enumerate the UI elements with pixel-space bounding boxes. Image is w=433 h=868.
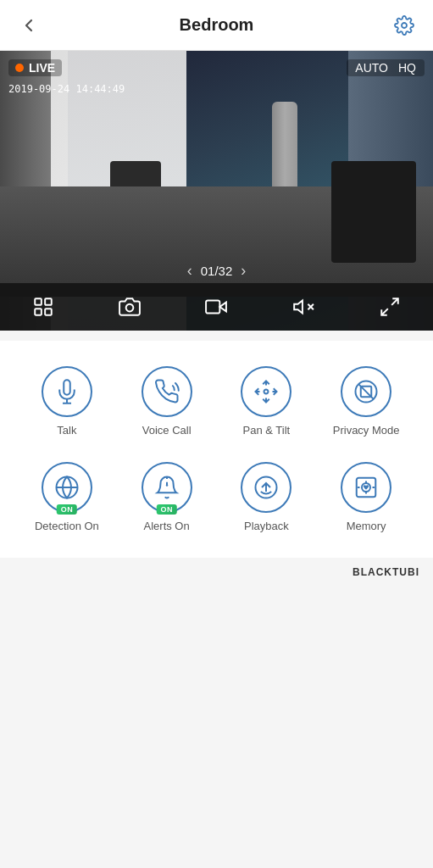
live-badge: LIVE [8, 59, 62, 76]
voice-call-button[interactable]: Voice Call [117, 366, 217, 437]
svg-line-11 [391, 298, 398, 305]
pan-tilt-button[interactable]: Pan & Tilt [217, 366, 317, 437]
detection-button[interactable]: ON Detection On [17, 462, 117, 532]
live-text: LIVE [29, 61, 55, 75]
voice-call-label: Voice Call [142, 424, 192, 437]
talk-icon [42, 366, 92, 417]
alerts-label: Alerts On [144, 520, 190, 532]
svg-rect-2 [45, 298, 52, 305]
auto-label[interactable]: AUTO [355, 61, 388, 75]
svg-marker-6 [220, 303, 227, 312]
voice-call-icon [142, 366, 192, 417]
header: Bedroom [0, 0, 433, 51]
video-feed[interactable]: LIVE AUTO HQ 2019-09-24 14:44:49 ‹ 01/32… [0, 51, 433, 331]
talk-label: Talk [57, 424, 76, 437]
prev-page-button[interactable]: ‹ [187, 262, 192, 280]
playback-label: Playback [244, 520, 289, 532]
quality-controls[interactable]: AUTO HQ [347, 59, 425, 76]
detection-icon: ON [42, 462, 92, 513]
alerts-icon: ON [142, 462, 192, 513]
hq-label[interactable]: HQ [398, 61, 416, 75]
svg-rect-1 [35, 298, 42, 305]
footer-watermark: BLACKTUBI [0, 558, 433, 587]
privacy-mode-icon [341, 366, 391, 417]
memory-label: Memory [347, 520, 386, 532]
svg-point-5 [126, 304, 134, 312]
privacy-mode-button[interactable]: Privacy Mode [316, 366, 416, 437]
svg-point-15 [264, 390, 269, 394]
watermark-text: BLACKTUBI [353, 566, 419, 578]
back-button[interactable] [14, 10, 44, 41]
alerts-on-badge: ON [156, 504, 177, 515]
detection-on-badge: ON [57, 504, 78, 515]
svg-marker-8 [294, 300, 303, 313]
svg-point-0 [402, 23, 407, 28]
pan-tilt-icon [241, 366, 291, 417]
video-pagination: ‹ 01/32 › [187, 262, 247, 280]
svg-rect-4 [45, 309, 52, 315]
fullscreen-button[interactable] [369, 287, 410, 327]
settings-button[interactable] [389, 10, 419, 41]
action-grid-row1: Talk Voice Call [0, 341, 433, 453]
live-dot [15, 64, 24, 72]
snapshot-button[interactable] [109, 287, 150, 327]
playback-icon [241, 462, 291, 513]
record-button[interactable] [196, 287, 236, 327]
action-grid-row2: ON Detection On ON Alerts On [0, 453, 433, 558]
svg-rect-3 [35, 309, 42, 315]
control-bar [0, 283, 433, 331]
chair-right [331, 161, 416, 263]
detection-label: Detection On [35, 520, 99, 532]
privacy-mode-label: Privacy Mode [333, 424, 400, 437]
svg-rect-7 [207, 300, 220, 313]
playback-button[interactable]: Playback [217, 462, 317, 532]
alerts-button[interactable]: ON Alerts On [117, 462, 217, 532]
timestamp: 2019-09-24 14:44:49 [8, 83, 125, 95]
memory-icon [341, 462, 391, 513]
talk-button[interactable]: Talk [17, 366, 117, 437]
svg-line-12 [381, 309, 388, 315]
mute-button[interactable] [283, 287, 324, 327]
grid-button[interactable] [23, 287, 64, 327]
next-page-button[interactable]: › [241, 262, 246, 280]
pan-tilt-label: Pan & Tilt [243, 424, 291, 437]
page-title: Bedroom [44, 15, 389, 35]
page-indicator: 01/32 [201, 264, 233, 278]
memory-button[interactable]: Memory [316, 462, 416, 532]
